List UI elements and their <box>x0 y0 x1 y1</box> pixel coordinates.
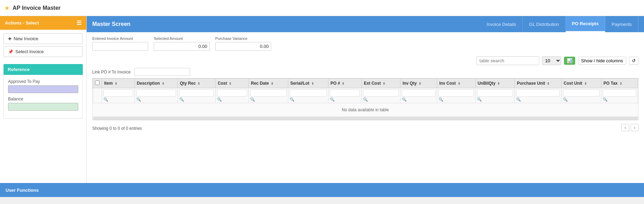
ext-cost-col-header[interactable]: Ext Cost ⇕ <box>362 79 400 88</box>
user-functions-bar: User Functions <box>0 183 644 197</box>
reference-section: Reference Approved To Pay Balance <box>3 64 83 119</box>
balance-label: Balance <box>8 97 78 101</box>
serial-lot-col-header[interactable]: Serial/Lot ⇕ <box>288 79 328 88</box>
tab-gl-distribution[interactable]: GL Distribution <box>523 16 566 32</box>
cost-unit-col-header[interactable]: Cost Unit ⇕ <box>561 79 601 88</box>
tab-invoice-details[interactable]: Invoice Details <box>480 16 523 32</box>
pagination-buttons: ‹ › <box>621 124 638 131</box>
table-search-input[interactable] <box>476 56 539 65</box>
data-table: Item ⇕ Description ⇕ Qty Rec ⇕ Cost ⇕ Re… <box>93 78 638 120</box>
inv-cost-col-header[interactable]: Inv Cost ⇕ <box>437 79 475 88</box>
cost-col-header[interactable]: Cost ⇕ <box>216 79 249 88</box>
prev-page-button[interactable]: ‹ <box>621 124 629 131</box>
item-col-header[interactable]: Item ⇕ <box>102 79 135 88</box>
hamburger-icon[interactable]: ☰ <box>77 20 81 26</box>
purchase-unit-col-header[interactable]: Purchase Unit ⇕ <box>515 79 562 88</box>
sidebar: Actions - Select ☰ ✚ New Invoice 📌 Selec… <box>0 16 87 183</box>
cost-unit-search-input[interactable] <box>563 89 600 97</box>
link-po-input[interactable] <box>134 68 190 76</box>
new-invoice-button[interactable]: ✚ New Invoice <box>3 33 83 44</box>
unbilqty-search-input[interactable] <box>477 89 513 97</box>
new-invoice-label: New Invoice <box>14 36 38 41</box>
qty-rec-search-input[interactable] <box>179 89 214 97</box>
unbilqty-col-header[interactable]: UnBilQty ⇕ <box>475 79 515 88</box>
reference-header: Reference <box>3 64 83 75</box>
purchase-variance-label: Purchase Variance <box>215 36 271 41</box>
tab-payments[interactable]: Payments <box>605 16 638 32</box>
purchase-variance-input[interactable] <box>215 42 271 51</box>
select-invoice-label: Select Invoice <box>15 49 44 54</box>
tab-po-receipts[interactable]: PO Receipts <box>566 16 606 32</box>
refresh-button[interactable]: ↺ <box>629 57 638 65</box>
excel-icon: 📊 <box>567 58 572 63</box>
user-functions-label: User Functions <box>6 188 39 193</box>
pin-icon: 📌 <box>8 49 13 54</box>
checkbox-col-header <box>93 79 102 88</box>
amount-row: Entered Invoice Amount Selected Amount P… <box>92 36 638 51</box>
main-content: Entered Invoice Amount Selected Amount P… <box>87 32 644 183</box>
master-header: Master Screen Invoice Details GL Distrib… <box>87 16 644 32</box>
description-search-cell: 🔍 <box>135 88 178 103</box>
inv-cost-search-input[interactable] <box>439 89 474 97</box>
entered-invoice-amount-label: Entered Invoice Amount <box>92 36 148 41</box>
column-search-row: 🔍 🔍 🔍 🔍 🔍 🔍 🔍 🔍 🔍 🔍 🔍 🔍 <box>93 88 638 103</box>
cost-search-cell: 🔍 <box>216 88 249 103</box>
ext-cost-search-cell: 🔍 <box>362 88 400 103</box>
approved-to-pay-label: Approved To Pay <box>8 79 78 84</box>
unbilqty-search-cell: 🔍 <box>475 88 515 103</box>
ext-cost-search-input[interactable] <box>363 89 399 97</box>
description-search-input[interactable] <box>136 89 176 97</box>
master-tabs: Invoice Details GL Distribution PO Recei… <box>480 16 638 32</box>
item-search-cell: 🔍 <box>102 88 135 103</box>
purchase-unit-search-cell: 🔍 <box>515 88 562 103</box>
showing-entries: Showing 0 to 0 of 0 entries <box>92 126 142 131</box>
balance-value <box>8 103 78 111</box>
selected-amount-label: Selected Amount <box>154 36 210 41</box>
no-data-row: No data available in table <box>93 103 638 117</box>
cost-unit-search-cell: 🔍 <box>561 88 601 103</box>
po-tax-search-input[interactable] <box>603 89 636 97</box>
star-icon: ★ <box>4 4 10 12</box>
checkbox-search-cell <box>93 88 102 103</box>
actions-header: Actions - Select ☰ <box>0 16 86 30</box>
show-hide-label: Show / hide columns <box>581 58 623 63</box>
link-po-row: Link PO # To Invoice <box>92 68 638 76</box>
po-num-search-input[interactable] <box>330 89 360 97</box>
excel-export-button[interactable]: 📊 <box>564 57 575 65</box>
entered-invoice-amount-input[interactable] <box>92 42 148 51</box>
show-hide-columns-button[interactable]: Show / hide columns <box>578 57 626 65</box>
po-tax-col-header[interactable]: PO Tax ⇕ <box>601 79 638 88</box>
rec-date-col-header[interactable]: Rec Date ⇕ <box>249 79 288 88</box>
inv-qty-search-cell: 🔍 <box>400 88 437 103</box>
inv-qty-col-header[interactable]: Inv Qty ⇕ <box>400 79 437 88</box>
qty-rec-search-cell: 🔍 <box>178 88 215 103</box>
data-table-wrapper: Item ⇕ Description ⇕ Qty Rec ⇕ Cost ⇕ Re… <box>92 78 638 120</box>
plus-icon: ✚ <box>8 36 12 41</box>
purchase-unit-search-input[interactable] <box>516 89 560 97</box>
select-all-checkbox[interactable] <box>95 80 100 85</box>
inv-qty-search-input[interactable] <box>402 89 435 97</box>
serial-lot-search-input[interactable] <box>290 89 327 97</box>
description-col-header[interactable]: Description ⇕ <box>135 79 178 88</box>
select-invoice-button[interactable]: 📌 Select Invoice <box>3 46 83 57</box>
entered-invoice-amount-field: Entered Invoice Amount <box>92 36 148 51</box>
po-num-col-header[interactable]: PO # ⇕ <box>328 79 361 88</box>
refresh-icon: ↺ <box>632 58 636 63</box>
actions-label: Actions - Select <box>5 20 39 26</box>
selected-amount-field: Selected Amount <box>154 36 210 51</box>
approved-to-pay-value <box>8 85 78 93</box>
no-data-message: No data available in table <box>93 103 638 117</box>
table-header-row: Item ⇕ Description ⇕ Qty Rec ⇕ Cost ⇕ Re… <box>93 79 638 88</box>
item-search-input[interactable] <box>103 89 133 97</box>
selected-amount-input[interactable] <box>154 42 210 51</box>
next-page-button[interactable]: › <box>631 124 638 131</box>
cost-search-input[interactable] <box>217 89 247 97</box>
page-size-select[interactable]: 10 25 50 100 <box>542 56 561 65</box>
table-controls: 10 25 50 100 📊 Show / hide columns ↺ <box>92 56 638 65</box>
rec-date-search-input[interactable] <box>250 89 287 97</box>
rec-date-search-cell: 🔍 <box>249 88 288 103</box>
master-title: Master Screen <box>92 21 480 27</box>
qty-rec-col-header[interactable]: Qty Rec ⇕ <box>178 79 215 88</box>
inv-cost-search-cell: 🔍 <box>437 88 475 103</box>
purchase-variance-field: Purchase Variance <box>215 36 271 51</box>
